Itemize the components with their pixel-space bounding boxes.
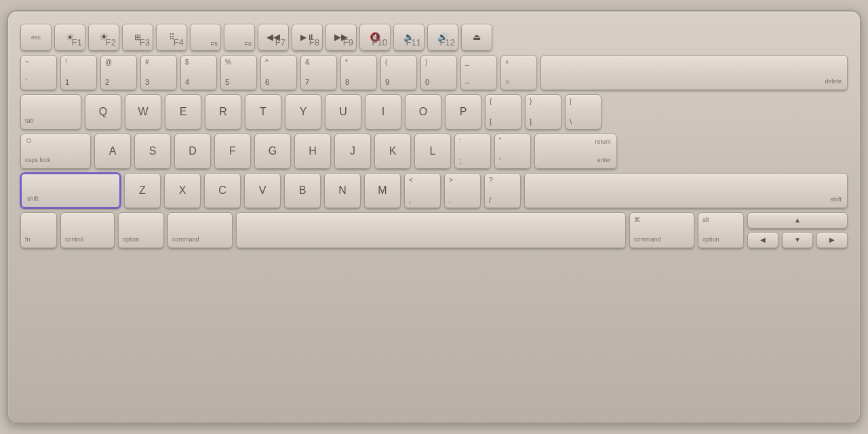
key-shift-right[interactable]: shift <box>524 173 848 208</box>
key-slash[interactable]: ? / <box>484 173 521 208</box>
key-s[interactable]: S <box>134 134 171 169</box>
key-h[interactable]: H <box>294 134 331 169</box>
arrow-lr-row: ◀ ▼ ▶ <box>747 232 848 248</box>
key-n[interactable]: N <box>324 173 361 208</box>
key-t[interactable]: T <box>245 94 281 130</box>
key-space[interactable] <box>236 212 626 248</box>
bottom-row: fn control option command ⌘ command alt … <box>20 212 848 248</box>
key-p[interactable]: P <box>445 94 481 130</box>
number-row: ~ ` ! 1 @ 2 # 3 $ 4 % 5 ^ 6 & 7 <box>20 55 848 90</box>
asdf-row: caps lock A S D F G H J K L : ; " ' ente… <box>20 134 848 169</box>
key-d[interactable]: D <box>174 134 211 169</box>
key-j[interactable]: J <box>334 134 371 169</box>
key-9[interactable]: ( 9 <box>380 55 417 90</box>
key-c[interactable]: C <box>204 173 241 208</box>
key-w[interactable]: W <box>125 94 161 130</box>
key-capslock[interactable]: caps lock <box>20 134 91 169</box>
key-l[interactable]: L <box>414 134 451 169</box>
key-6[interactable]: ^ 6 <box>260 55 297 90</box>
key-option-right[interactable]: alt option <box>698 212 744 248</box>
key-q[interactable]: Q <box>85 94 121 130</box>
key-8[interactable]: * 8 <box>340 55 377 90</box>
key-v[interactable]: V <box>244 173 281 208</box>
key-tab[interactable]: tab <box>20 94 81 130</box>
key-4[interactable]: $ 4 <box>180 55 217 90</box>
key-f7[interactable]: ◀◀ F7 <box>258 24 289 51</box>
key-f11[interactable]: 🔉 F11 <box>393 24 425 51</box>
key-arrow-down[interactable]: ▼ <box>782 232 813 248</box>
key-f[interactable]: F <box>214 134 251 169</box>
key-x[interactable]: X <box>164 173 201 208</box>
key-rbracket[interactable]: } ] <box>525 94 561 130</box>
key-0[interactable]: ) 0 <box>420 55 457 90</box>
key-o[interactable]: O <box>405 94 441 130</box>
key-f9[interactable]: ▶▶ F9 <box>326 24 357 51</box>
key-i[interactable]: I <box>365 94 401 130</box>
key-delete[interactable]: delete <box>540 55 848 90</box>
key-control[interactable]: control <box>60 212 115 248</box>
key-backslash[interactable]: | \ <box>565 94 601 130</box>
key-f8[interactable]: ▶⏸ F8 <box>292 24 323 51</box>
key-5[interactable]: % 5 <box>220 55 257 90</box>
key-tilde[interactable]: ~ ` <box>20 55 57 90</box>
key-quote[interactable]: " ' <box>494 134 531 169</box>
key-g[interactable]: G <box>254 134 291 169</box>
key-f10[interactable]: 🔇 F10 <box>359 24 391 51</box>
key-1[interactable]: ! 1 <box>60 55 97 90</box>
key-m[interactable]: M <box>364 173 401 208</box>
key-command-left[interactable]: command <box>167 212 233 248</box>
key-u[interactable]: U <box>325 94 361 130</box>
key-3[interactable]: # 3 <box>140 55 177 90</box>
key-semicolon[interactable]: : ; <box>454 134 491 169</box>
keyboard: esc ☀ F1 ☀ F2 ⊞ F3 ⠿ F4 F5 F6 ◀◀ F7 ▶⏸ <box>7 10 861 424</box>
arrow-up-row: ▲ <box>747 212 848 229</box>
key-command-right[interactable]: ⌘ command <box>629 212 694 248</box>
fn-row: esc ☀ F1 ☀ F2 ⊞ F3 ⠿ F4 F5 F6 ◀◀ F7 ▶⏸ <box>20 24 848 51</box>
key-minus[interactable]: _ – <box>460 55 497 90</box>
key-r[interactable]: R <box>205 94 241 130</box>
key-f12[interactable]: 🔊 F12 <box>427 24 458 51</box>
key-f1[interactable]: ☀ F1 <box>54 24 85 51</box>
key-lbracket[interactable]: { [ <box>485 94 521 130</box>
key-comma[interactable]: < , <box>404 173 441 208</box>
key-enter[interactable]: enter return <box>534 134 617 169</box>
key-2[interactable]: @ 2 <box>100 55 137 90</box>
key-f3[interactable]: ⊞ F3 <box>122 24 153 51</box>
key-esc[interactable]: esc <box>20 24 52 51</box>
key-a[interactable]: A <box>94 134 131 169</box>
key-b[interactable]: B <box>284 173 321 208</box>
key-y[interactable]: Y <box>285 94 321 130</box>
key-period[interactable]: > . <box>444 173 481 208</box>
key-option-left[interactable]: option <box>118 212 164 248</box>
key-k[interactable]: K <box>374 134 411 169</box>
key-z[interactable]: Z <box>124 173 161 208</box>
zxcv-row: shift Z X C V B N M < , > . ? / shift <box>20 173 848 208</box>
key-f5[interactable]: F5 <box>190 24 221 51</box>
key-e[interactable]: E <box>165 94 201 130</box>
arrow-key-group: ▲ ◀ ▼ ▶ <box>747 212 848 248</box>
key-7[interactable]: & 7 <box>300 55 337 90</box>
key-shift-left[interactable]: shift <box>20 173 121 208</box>
key-f2[interactable]: ☀ F2 <box>88 24 119 51</box>
key-arrow-up[interactable]: ▲ <box>747 212 848 229</box>
key-eject[interactable]: ⏏ <box>461 24 492 51</box>
key-equals[interactable]: + = <box>500 55 537 90</box>
key-arrow-right[interactable]: ▶ <box>816 232 848 248</box>
key-f4[interactable]: ⠿ F4 <box>156 24 187 51</box>
capslock-indicator <box>26 138 31 143</box>
key-arrow-left[interactable]: ◀ <box>747 232 778 248</box>
key-fn[interactable]: fn <box>20 212 57 248</box>
qwerty-row: tab Q W E R T Y U I O P { [ } ] | \ <box>20 94 848 130</box>
key-f6[interactable]: F6 <box>224 24 255 51</box>
